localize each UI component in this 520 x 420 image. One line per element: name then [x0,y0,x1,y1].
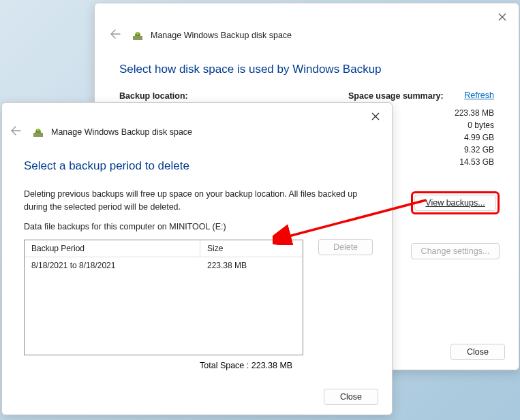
total-space-label: Total Space : 223.38 MB [200,361,373,370]
backup-app-icon [132,29,144,42]
view-backups-label: View backups... [425,198,485,208]
svg-point-3 [37,129,40,131]
backup-period-table[interactable]: Backup Period Size 8/18/2021 to 8/18/202… [24,240,303,355]
cell-size: 223.38 MB [200,257,303,274]
summary-value: 0 bytes [455,119,494,131]
delete-button[interactable]: Delete [318,239,373,255]
summary-value: 223.38 MB [455,107,494,119]
window-title: Manage Windows Backup disk space [51,127,192,137]
cell-period: 8/18/2021 to 8/18/2021 [25,257,200,274]
summary-value: 9.32 GB [455,144,494,156]
change-settings-button[interactable]: Change settings... [411,243,500,259]
summary-values: 223.38 MB 0 bytes 4.99 GB 9.32 GB 14.53 … [455,107,494,168]
summary-value: 14.53 GB [455,156,494,168]
backup-location-label: Backup location: [119,91,348,101]
view-backups-button[interactable]: View backups... [414,195,496,211]
refresh-link[interactable]: Refresh [464,91,494,100]
summary-value: 4.99 GB [455,131,494,144]
svg-rect-0 [133,36,142,40]
window-title: Manage Windows Backup disk space [151,31,292,40]
page-heading: Select a backup period to delete [24,159,373,173]
backup-source-text: Data file backups for this computer on M… [24,221,373,233]
backup-app-icon [32,126,44,138]
highlight-annotation: View backups... [411,191,500,214]
back-arrow-icon[interactable] [6,125,25,139]
table-row[interactable]: 8/18/2021 to 8/18/2021 223.38 MB [25,257,303,274]
back-arrow-icon[interactable] [106,28,125,42]
close-icon[interactable] [495,10,509,24]
svg-rect-2 [33,133,43,137]
select-backup-period-window: Manage Windows Backup disk space Select … [1,102,393,415]
page-heading: Select how disk space is used by Windows… [119,63,491,76]
close-icon[interactable] [369,110,382,123]
svg-point-1 [136,32,139,35]
column-header-size[interactable]: Size [200,240,303,257]
close-button[interactable]: Close [450,344,505,360]
close-button[interactable]: Close [324,389,378,405]
description-text: Deleting previous backups will free up s… [24,188,373,214]
column-header-period[interactable]: Backup Period [25,240,200,257]
